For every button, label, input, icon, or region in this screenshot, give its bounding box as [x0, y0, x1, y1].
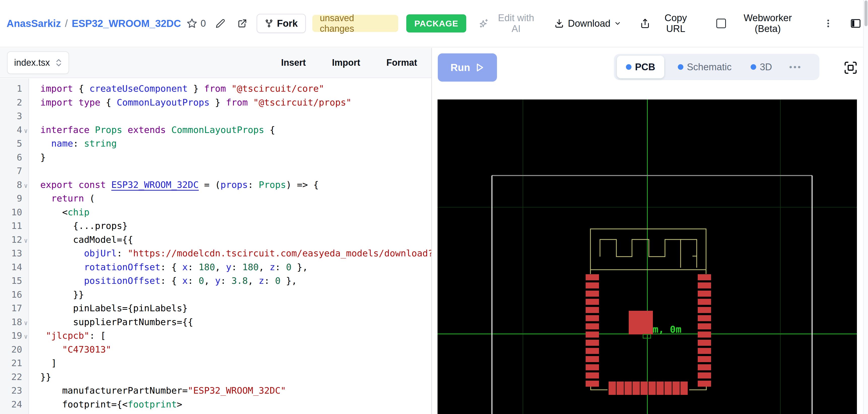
star-group[interactable]: 0	[186, 18, 206, 29]
fold-toggle-icon[interactable]: ∨	[22, 123, 29, 137]
page-scrollbar[interactable]	[863, 0, 868, 414]
sparkles-icon	[478, 18, 489, 29]
code-editor[interactable]: 1import { createUseComponent } from "@ts…	[0, 78, 431, 414]
schematic-status-dot-icon	[678, 64, 683, 70]
code-line[interactable]: 16 }}	[0, 288, 431, 302]
edit-title-button[interactable]	[215, 19, 225, 28]
unsaved-changes-badge: unsaved changes	[312, 15, 398, 32]
focus-frame-icon	[843, 60, 858, 75]
tab-schematic-label: Schematic	[687, 62, 732, 72]
breadcrumb-package-link[interactable]: ESP32_WROOM_32DC	[72, 18, 181, 29]
breadcrumb: AnasSarkiz/ESP32_WROOM_32DC	[6, 18, 181, 29]
fold-toggle-icon[interactable]: ∨	[22, 329, 29, 343]
fork-button[interactable]: Fork	[257, 14, 306, 33]
fork-button-label: Fork	[277, 18, 298, 29]
code-line[interactable]: 8∨export const ESP32_WROOM_32DC = (props…	[0, 178, 431, 192]
webworker-label: Webworker (Beta)	[730, 12, 806, 34]
webworker-toggle[interactable]: Webworker (Beta)	[715, 12, 808, 34]
file-select[interactable]: index.tsx	[7, 52, 69, 74]
star-icon[interactable]	[186, 18, 197, 29]
copy-url-button[interactable]: Copy URL	[639, 12, 699, 34]
package-type-badge: PACKAGE	[406, 14, 466, 32]
fold-toggle-icon[interactable]: ∨	[22, 233, 29, 247]
pcb-status-dot-icon	[626, 64, 631, 70]
editor-toolbar: index.tsx Insert Import Format	[0, 48, 431, 78]
3d-status-dot-icon	[751, 64, 756, 70]
tab-pcb[interactable]: PCB	[617, 56, 664, 78]
code-line[interactable]: 1import { createUseComponent } from "@ts…	[0, 82, 431, 96]
menu-format[interactable]: Format	[385, 57, 418, 68]
code-line[interactable]: 11 {...props}	[0, 219, 431, 233]
code-line[interactable]: 24 footprint={<footprint>	[0, 397, 431, 412]
menu-import[interactable]: Import	[331, 57, 362, 68]
code-line[interactable]: 13 objUrl: "https://modelcdn.tscircuit.c…	[0, 247, 431, 260]
breadcrumb-separator: /	[65, 18, 68, 29]
page-scrollbar-thumb[interactable]	[865, 0, 868, 26]
code-line[interactable]: 19∨ "jlcpcb": [	[0, 329, 431, 343]
tab-3d-label: 3D	[760, 62, 772, 72]
preview-panel: Run PCB Schematic 3D •••	[432, 48, 863, 414]
code-line[interactable]: 10 <chip	[0, 205, 431, 219]
run-button[interactable]: Run	[438, 53, 497, 82]
code-line[interactable]: 6}	[0, 151, 431, 164]
play-icon	[475, 62, 484, 72]
tscircuit-editor-app: AnasSarkiz/ESP32_WROOM_32DC 0	[0, 0, 868, 414]
code-line[interactable]: 15 positionOffset: { x: 0, y: 3.8, z: 0 …	[0, 274, 431, 288]
pencil-icon	[215, 19, 225, 28]
more-tabs-button[interactable]: •••	[788, 62, 804, 72]
code-line[interactable]: 18∨ supplierPartNumbers={{	[0, 315, 431, 329]
download-label: Download	[568, 18, 610, 29]
code-line[interactable]: 25 {props.name && <silkscreentext>	[0, 411, 431, 414]
download-button[interactable]: Download	[553, 18, 623, 29]
webworker-checkbox[interactable]	[716, 19, 726, 28]
fold-toggle-icon[interactable]: ∨	[22, 178, 29, 192]
copy-url-label: Copy URL	[654, 12, 698, 34]
code-line[interactable]: 4∨interface Props extends CommonLayoutPr…	[0, 123, 431, 137]
code-line[interactable]: 20 "C473013"	[0, 343, 431, 357]
file-select-value: index.tsx	[14, 57, 50, 68]
more-options-button[interactable]	[823, 19, 833, 28]
breadcrumb-owner-link[interactable]: AnasSarkiz	[6, 18, 61, 29]
panel-layout-icon	[850, 18, 862, 29]
app-header: AnasSarkiz/ESP32_WROOM_32DC 0	[0, 0, 868, 47]
fold-toggle-icon[interactable]: ∨	[22, 315, 29, 329]
code-line[interactable]: 12∨ cadModel={{	[0, 233, 431, 247]
code-line[interactable]: 3	[0, 109, 431, 123]
code-line[interactable]: 21 ]	[0, 356, 431, 370]
chevron-down-icon	[614, 20, 621, 27]
download-icon	[554, 19, 564, 28]
tab-3d[interactable]: 3D	[749, 61, 774, 73]
fit-view-button[interactable]	[843, 60, 858, 75]
code-line[interactable]: 7	[0, 164, 431, 178]
code-line[interactable]: 23 manufacturerPartNumber="ESP32_WROOM_3…	[0, 384, 431, 397]
edit-with-ai-button[interactable]: Edit with AI	[478, 12, 539, 34]
fork-icon	[265, 19, 273, 28]
code-line[interactable]: 5 name: string	[0, 137, 431, 151]
star-count: 0	[200, 18, 206, 29]
tab-pcb-label: PCB	[635, 62, 655, 72]
code-line[interactable]: 9 return (	[0, 192, 431, 205]
run-button-label: Run	[451, 62, 470, 73]
chevron-updown-icon	[55, 58, 62, 67]
code-line[interactable]: 2import type { CommonLayoutProps } from …	[0, 96, 431, 109]
tab-schematic[interactable]: Schematic	[676, 61, 733, 73]
toggle-panel-button[interactable]	[850, 18, 862, 29]
kebab-menu-icon	[823, 19, 833, 28]
code-lines[interactable]: 1import { createUseComponent } from "@ts…	[0, 82, 431, 414]
code-line[interactable]: 17 pinLabels={pinLabels}	[0, 301, 431, 315]
external-link-icon	[237, 18, 248, 29]
pcb-canvas[interactable]: 0m, 0m	[437, 99, 857, 414]
view-tabs: PCB Schematic 3D •••	[614, 54, 819, 80]
edit-with-ai-label: Edit with AI	[492, 12, 539, 34]
code-line[interactable]: 14 rotationOffset: { x: 180, y: 180, z: …	[0, 260, 431, 274]
menu-insert[interactable]: Insert	[280, 57, 307, 68]
share-icon	[640, 19, 650, 28]
code-line[interactable]: 22}}	[0, 370, 431, 384]
open-link-button[interactable]	[237, 18, 248, 29]
editor-menu: Insert Import Format	[280, 57, 418, 68]
